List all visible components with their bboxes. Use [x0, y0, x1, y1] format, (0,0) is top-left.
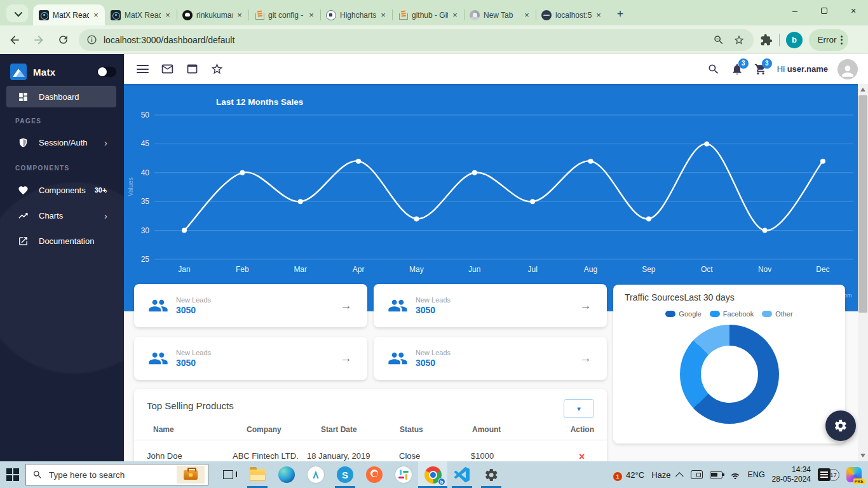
table-filter-dropdown[interactable]: ▾ [564, 399, 594, 418]
browser-tab[interactable]: Highcharts R× [320, 4, 392, 25]
weather-desc[interactable]: Haze [651, 470, 670, 480]
postman-button[interactable] [360, 461, 389, 488]
taskbar-search[interactable]: Type here to search [25, 464, 208, 485]
scroll-down-icon[interactable] [860, 454, 865, 458]
zoom-icon[interactable] [713, 34, 724, 46]
language-indicator[interactable]: ENG [748, 470, 765, 479]
battery-icon[interactable] [710, 471, 722, 478]
weather-temp[interactable]: 42°C [626, 470, 644, 480]
copilot-button[interactable]: PRE [846, 467, 862, 482]
minimize-button[interactable]: – [780, 0, 810, 22]
tab-close-icon[interactable]: × [593, 10, 604, 20]
cart-button[interactable]: 3 [754, 62, 768, 76]
tab-close-icon[interactable]: × [91, 10, 101, 20]
settings-fab-button[interactable] [825, 410, 856, 441]
arrow-right-icon[interactable]: → [340, 299, 352, 313]
tab-close-icon[interactable]: × [378, 10, 388, 20]
kebab-menu-icon[interactable] [841, 36, 843, 44]
clock[interactable]: 14:3428-05-2024 [772, 465, 811, 484]
compass-app-button[interactable] [301, 461, 330, 488]
arrow-right-icon[interactable]: → [340, 351, 352, 365]
new-tab-button[interactable]: + [611, 5, 629, 23]
tab-close-icon[interactable]: × [234, 10, 245, 20]
notifications-button[interactable]: 3 [730, 62, 744, 76]
svg-text:Jan: Jan [178, 265, 190, 274]
tab-close-icon[interactable]: × [522, 10, 532, 20]
tab-close-icon[interactable]: × [450, 10, 460, 20]
maximize-button[interactable] [810, 0, 839, 22]
lead-card[interactable]: New Leads3050 → [374, 337, 607, 380]
traffic-donut-chart[interactable] [680, 325, 779, 424]
chrome-button[interactable]: b [418, 461, 447, 488]
appbar: 3 3 Hi user.name [124, 54, 868, 84]
scrollbar-thumb[interactable] [858, 95, 867, 313]
menu-button[interactable] [135, 62, 149, 76]
edge-button[interactable] [272, 461, 301, 488]
brand-name: Matx [33, 67, 55, 78]
scroll-up-icon[interactable] [860, 88, 865, 92]
browser-tab[interactable]: git config - H× [248, 4, 320, 25]
tab-close-icon[interactable]: × [306, 10, 316, 20]
browser-tab[interactable]: github - Git C× [392, 4, 464, 25]
profile-error-button[interactable]: Error [809, 29, 848, 51]
address-bar[interactable]: localhost:3000/dashboard/default [79, 29, 754, 51]
browser-tab[interactable]: rinkukumars× [177, 4, 248, 25]
wifi-icon[interactable] [729, 470, 741, 479]
watermark-text: om [844, 292, 852, 299]
mail-button[interactable] [160, 62, 174, 76]
legend-item[interactable]: Google [665, 310, 701, 318]
sidebar-item-components[interactable]: Components 30+ › [0, 179, 124, 201]
sidebar-item-dashboard[interactable]: Dashboard [6, 86, 116, 107]
hidden-icons-chevron[interactable] [675, 472, 684, 480]
search-highlight-button[interactable] [177, 466, 205, 484]
browser-tab[interactable]: MatX React -× [105, 4, 177, 25]
browser-tab[interactable]: MatX React -× [33, 4, 105, 25]
sidebar-item-session-auth[interactable]: Session/Auth › [0, 132, 124, 153]
legend-item[interactable]: Other [762, 310, 793, 318]
browser-profile-avatar[interactable]: b [786, 32, 803, 48]
lead-card[interactable]: New Leads3050 → [374, 284, 607, 327]
skype-button[interactable]: S [330, 461, 360, 488]
page-scrollbar[interactable] [858, 84, 868, 461]
tab-close-icon[interactable]: × [163, 10, 173, 20]
extensions-icon[interactable] [760, 34, 773, 46]
sidebar-item-charts[interactable]: Charts › [0, 205, 124, 226]
close-icon[interactable]: × [579, 451, 585, 461]
browser-tab[interactable]: New Tab× [464, 4, 536, 25]
start-button[interactable] [0, 461, 25, 488]
task-view-icon [223, 470, 233, 479]
traffic-sources-card: Traffic SourcesLast 30 days GoogleFacebo… [613, 285, 845, 444]
legend-item[interactable]: Facebook [710, 310, 754, 318]
back-button[interactable] [5, 30, 24, 50]
lead-card[interactable]: New Leads3050 → [134, 284, 367, 327]
chevron-down-icon: ▾ [577, 405, 581, 413]
arrow-right-icon[interactable]: → [580, 299, 592, 313]
sales-line-chart[interactable]: 253035404550JanFebMarAprMayJunJulAugSepO… [124, 84, 858, 311]
error-label: Error [818, 35, 837, 44]
bookmark-star-icon[interactable] [733, 34, 745, 46]
sidebar-mode-toggle[interactable] [97, 67, 116, 77]
settings-app-button[interactable] [477, 461, 506, 488]
slack-button[interactable] [389, 461, 418, 488]
vscode-icon [454, 467, 470, 482]
cast-display-icon[interactable] [691, 470, 703, 479]
search-button[interactable] [707, 62, 721, 76]
browser-tab[interactable]: localhost:554× [536, 4, 607, 25]
svg-text:50: 50 [141, 111, 150, 119]
reload-button[interactable] [53, 30, 72, 50]
forward-button[interactable] [29, 30, 48, 50]
task-view-button[interactable] [214, 461, 243, 488]
close-window-button[interactable]: × [839, 0, 868, 22]
user-avatar[interactable] [837, 59, 858, 79]
vscode-button[interactable] [447, 461, 477, 488]
file-explorer-button[interactable] [243, 461, 272, 488]
svg-text:Last 12 Months Sales: Last 12 Months Sales [216, 97, 303, 107]
arrow-right-icon[interactable]: → [580, 351, 592, 365]
web-asset-button[interactable] [185, 62, 199, 76]
notification-center-button[interactable]: 17 [818, 468, 839, 481]
favorites-button[interactable] [210, 62, 224, 76]
lead-card[interactable]: New Leads3050 → [134, 337, 367, 380]
tab-search-button[interactable] [6, 4, 28, 22]
sidebar-item-documentation[interactable]: Documentation [0, 230, 124, 252]
site-info-icon[interactable] [86, 34, 97, 45]
